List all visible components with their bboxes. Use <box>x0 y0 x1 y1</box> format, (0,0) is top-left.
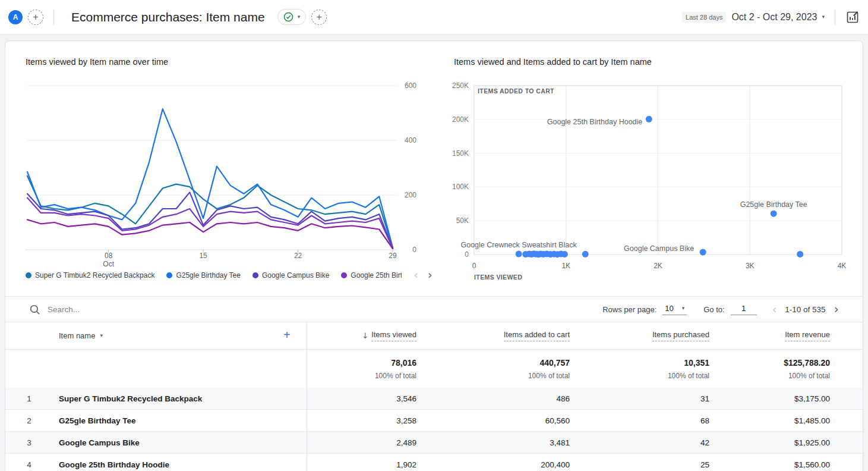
scatter-chart-title: Items viewed and Items added to cart by … <box>454 57 652 67</box>
legend-dot-icon <box>252 272 258 278</box>
row-items-purchased: 25 <box>700 460 709 469</box>
goto-page-input[interactable] <box>731 303 757 315</box>
pagination: ‹ 1-10 of 535 › <box>772 303 839 316</box>
legend-items: Super G Timbuk2 Recycled BackpackG25gle … <box>26 271 402 280</box>
add-report-tab-button[interactable]: + <box>311 10 327 25</box>
page-title: Ecommerce purchases: Item name <box>71 10 265 24</box>
total-items-viewed: 78,016 100% of total <box>375 358 416 380</box>
rows-per-page-value: 10 <box>665 304 673 313</box>
svg-text:Oct: Oct <box>103 260 114 268</box>
svg-text:600: 600 <box>405 81 416 90</box>
svg-text:150K: 150K <box>452 149 469 158</box>
items-added-header-label: Items added to cart <box>504 330 570 341</box>
row-item-revenue: $1,485.00 <box>794 416 830 425</box>
items-purchased-header-label: Items purchased <box>652 330 709 341</box>
charts-section: Items viewed by Item name over time 0200… <box>5 41 863 296</box>
pagination-range: 1-10 of 535 <box>785 305 825 314</box>
column-header-item-name[interactable]: Item name ▾ <box>5 331 307 340</box>
date-range-picker[interactable]: Oct 2 - Oct 29, 2023 ▾ <box>731 12 825 23</box>
items-viewed-header-label: Items viewed <box>371 330 416 341</box>
page-prev-icon[interactable]: ‹ <box>772 304 777 315</box>
svg-text:08: 08 <box>105 252 113 260</box>
table-row: 4 Google 25th Birthday Hoodie 1,902 200,… <box>5 454 863 471</box>
column-header-items-viewed[interactable]: ↓ Items viewed <box>362 330 416 341</box>
svg-text:3K: 3K <box>746 262 755 270</box>
item-revenue-header-label: Item revenue <box>785 330 830 341</box>
row-items-purchased: 42 <box>700 438 709 447</box>
svg-text:15: 15 <box>199 252 207 260</box>
svg-text:200: 200 <box>405 191 416 199</box>
plus-icon: + <box>33 12 38 22</box>
column-header-item-revenue[interactable]: Item revenue <box>785 330 830 341</box>
header-divider <box>53 10 54 25</box>
row-items-viewed: 1,902 <box>396 460 416 469</box>
rows-per-page-select[interactable]: 10 ▾ <box>662 303 687 315</box>
toolbar-right: Rows per page: 10 ▾ Go to: ‹ 1-10 of 535… <box>602 303 839 316</box>
row-index: 4 <box>5 460 53 469</box>
legend-item: G25gle Birthday Tee <box>166 271 241 280</box>
header-divider <box>835 10 835 25</box>
date-preset-badge: Last 28 days <box>682 12 726 23</box>
legend-item: Super G Timbuk2 Recycled Backpack <box>26 271 154 280</box>
total-item-revenue: $125,788.20 100% of total <box>784 358 830 380</box>
svg-text:ITEMS ADDED TO CART: ITEMS ADDED TO CART <box>478 87 554 95</box>
rows-per-page: Rows per page: 10 ▾ <box>602 303 687 315</box>
scatter-chart-panel: Items viewed and Items added to cart by … <box>434 41 863 296</box>
row-items-viewed: 3,258 <box>396 416 416 425</box>
legend-dot-icon <box>26 272 31 278</box>
column-header-items-purchased[interactable]: Items purchased <box>652 330 709 341</box>
scatter-chart: 050K100K150K200K250K01K2K3K4KITEMS ADDED… <box>434 77 863 291</box>
total-items-purchased: 10,351 100% of total <box>668 358 709 380</box>
svg-text:4K: 4K <box>838 262 847 270</box>
row-items-added: 200,400 <box>541 460 570 469</box>
svg-text:50K: 50K <box>456 216 469 225</box>
edit-chart-icon[interactable] <box>845 10 860 24</box>
avatar[interactable]: A <box>8 10 23 24</box>
legend-item: Google 25th Birthday Hoodie <box>341 271 402 280</box>
table-row: 1 Super G Timbuk2 Recycled Backpack 3,54… <box>5 388 863 410</box>
row-item-revenue: $1,560.00 <box>794 460 830 469</box>
row-item-revenue: $1,925.00 <box>794 438 830 447</box>
svg-text:Google Campus Bike: Google Campus Bike <box>624 244 694 253</box>
table-header-row: Item name ▾ ↓ Items viewed Items added t… <box>5 322 863 350</box>
legend-nav: ‹ › <box>414 269 432 281</box>
add-comparison-button[interactable]: + <box>28 10 43 25</box>
svg-text:2K: 2K <box>654 262 662 270</box>
search-input[interactable] <box>46 304 236 315</box>
line-chart-panel: Items viewed by Item name over time 0200… <box>5 41 434 296</box>
svg-text:Google 25th Birthday Hoodie: Google 25th Birthday Hoodie <box>547 118 643 126</box>
legend-label: Google Campus Bike <box>262 271 329 280</box>
svg-text:ITEMS VIEWED: ITEMS VIEWED <box>474 274 522 281</box>
column-header-items-added-to-cart[interactable]: Items added to cart <box>504 330 570 341</box>
legend-next-icon[interactable]: › <box>428 269 433 281</box>
top-bar: A + Ecommerce purchases: Item name ▾ + L… <box>0 0 868 34</box>
row-items-added: 3,481 <box>550 438 570 447</box>
svg-text:0: 0 <box>465 250 469 259</box>
row-index: 3 <box>5 438 53 447</box>
table-row: 3 Google Campus Bike 2,489 3,481 42 $1,9… <box>5 432 863 454</box>
legend-prev-icon[interactable]: ‹ <box>414 269 418 281</box>
row-item-name: Google 25th Birthday Hoodie <box>53 460 307 469</box>
chevron-down-icon: ▾ <box>100 333 103 338</box>
report-card: Items viewed by Item name over time 0200… <box>5 40 863 471</box>
search-box <box>29 304 602 315</box>
row-items-purchased: 31 <box>700 394 709 403</box>
add-column-button[interactable]: + <box>283 329 291 341</box>
sort-descending-icon: ↓ <box>362 331 368 340</box>
row-item-name: Super G Timbuk2 Recycled Backpack <box>53 394 307 403</box>
legend-dot-icon <box>341 272 347 278</box>
table-row: 2 G25gle Birthday Tee 3,258 60,560 68 $1… <box>5 410 863 432</box>
line-chart: 020040060008Oct152229 <box>5 77 427 267</box>
chevron-down-icon: ▾ <box>298 14 301 20</box>
item-name-header-label: Item name <box>59 331 95 340</box>
svg-text:Google Crewneck Sweatshirt Bla: Google Crewneck Sweatshirt Black <box>460 241 577 249</box>
legend-label: Super G Timbuk2 Recycled Backpack <box>35 271 154 280</box>
svg-text:29: 29 <box>389 252 397 260</box>
report-status-dropdown[interactable]: ▾ <box>277 9 307 25</box>
page-next-icon[interactable]: › <box>834 303 839 316</box>
legend-label: G25gle Birthday Tee <box>176 271 241 280</box>
chevron-down-icon: ▾ <box>822 14 825 20</box>
svg-text:0: 0 <box>472 262 476 270</box>
svg-text:250K: 250K <box>452 81 469 90</box>
svg-text:22: 22 <box>294 252 302 260</box>
